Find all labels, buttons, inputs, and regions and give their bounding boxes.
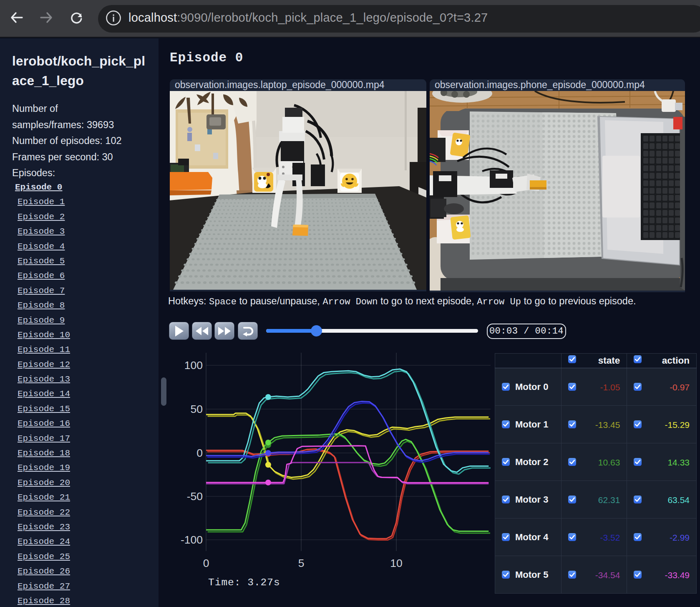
svg-text:5: 5 <box>298 557 305 569</box>
svg-text:-100: -100 <box>181 534 203 546</box>
svg-text:10: 10 <box>390 557 402 569</box>
svg-text:0: 0 <box>196 447 203 459</box>
svg-text:-50: -50 <box>187 490 203 503</box>
svg-text:100: 100 <box>184 359 203 372</box>
svg-text:0: 0 <box>203 557 209 569</box>
svg-text:50: 50 <box>191 403 203 415</box>
